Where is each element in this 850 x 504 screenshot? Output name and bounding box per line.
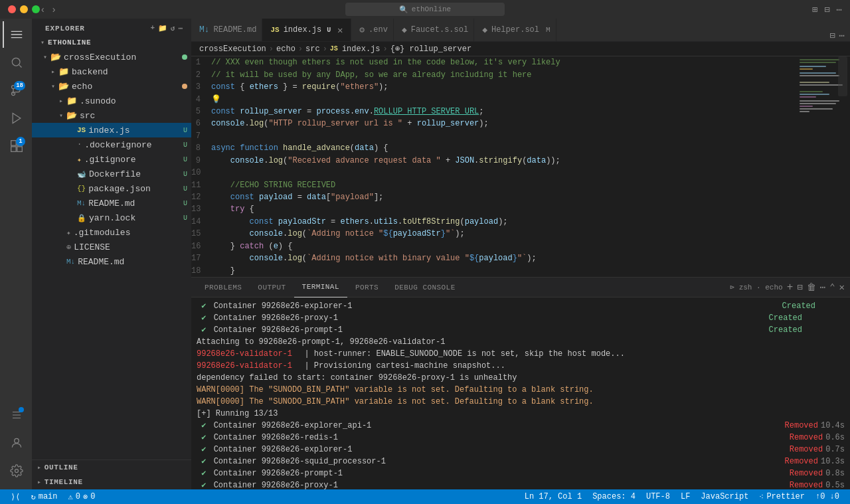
sidebar-item-yarn-lock[interactable]: 🔒 yarn.lock U <box>32 210 191 225</box>
editor-layout-icon[interactable]: ⊟ <box>824 4 829 15</box>
sidebar-item-readme-echo[interactable]: M↓ README.md U <box>32 196 191 210</box>
ethonline-label: ETHONLINE <box>48 39 191 46</box>
sidebar-item-sunodo[interactable]: ▸ 📁 .sunodo <box>32 94 191 108</box>
code-content-area[interactable]: 1 // XXX even though ethers is not used … <box>191 56 797 277</box>
account-activity-icon[interactable] <box>3 430 29 456</box>
svg-rect-14 <box>800 62 836 63</box>
status-git-branch[interactable]: ↻ main <box>25 489 62 504</box>
readme-echo-file-icon: M↓ <box>77 199 86 207</box>
gitignore-badge: U <box>183 156 187 163</box>
sidebar-item-echo[interactable]: ▾ 📂 echo <box>32 79 191 94</box>
refresh-icon[interactable]: ↺ <box>171 24 176 33</box>
back-button[interactable]: ‹ <box>40 4 46 15</box>
panel-tab-ports[interactable]: PORTS <box>347 278 386 297</box>
index-js-close-button[interactable]: ✕ <box>335 25 345 35</box>
collapse-icon[interactable]: ⋯ <box>178 24 183 33</box>
sidebar-item-dockerfile[interactable]: 🐋 Dockerfile U <box>32 167 191 181</box>
gitignore-file-icon: ✦ <box>77 155 82 164</box>
tab-index-js[interactable]: JS index.js U ✕ <box>262 19 351 41</box>
settings-activity-icon[interactable] <box>3 458 29 484</box>
sidebar-item-gitmodules[interactable]: ✦ .gitmodules <box>32 225 191 240</box>
minimize-button[interactable] <box>20 5 28 13</box>
breadcrumb-part-1[interactable]: crossExecution <box>199 44 266 54</box>
terminal-line-warn-2: WARN[0000] The "SUNODO_BIN_PATH" variabl… <box>197 396 845 408</box>
split-editor-icon[interactable]: ⊟ <box>829 30 835 41</box>
forward-button[interactable]: › <box>51 4 57 15</box>
status-remote[interactable]: ⟩⟨ <box>5 489 25 504</box>
sidebar-item-crossExecution[interactable]: ▾ 📂 crossExecution <box>32 50 191 64</box>
timeline-section-header[interactable]: ▸ TIMELINE <box>32 475 191 489</box>
panel-tab-output[interactable]: OUTPUT <box>250 278 294 297</box>
svg-rect-17 <box>800 72 836 74</box>
sidebar-item-src[interactable]: ▾ 📂 src <box>32 108 191 123</box>
sidebar-item-license[interactable]: ⊕ LICENSE <box>32 240 191 254</box>
explorer-activity-icon[interactable] <box>3 21 29 48</box>
outline-section-header[interactable]: ▸ OUTLINE <box>32 460 191 475</box>
svg-rect-18 <box>800 75 839 76</box>
tab-more-icon[interactable]: ⋯ <box>839 30 845 41</box>
sidebar-toggle-icon[interactable]: ⊞ <box>812 4 817 15</box>
outline-label: OUTLINE <box>44 463 78 471</box>
terminal-line-prompt-created: ✔ Container 99268e26-prompt-1 Created <box>197 324 845 336</box>
kill-terminal-icon[interactable]: 🗑 <box>807 282 816 293</box>
run-activity-icon[interactable] <box>3 105 29 131</box>
sidebar-item-index-js[interactable]: JS index.js U <box>32 123 191 137</box>
terminal-line-validator-1: 99268e26-validator-1 | host-runner: ENAB… <box>197 348 845 360</box>
status-language[interactable]: JavaScript <box>695 489 754 504</box>
close-button[interactable] <box>8 5 16 13</box>
new-file-icon[interactable]: + <box>151 24 155 33</box>
remote-activity-icon[interactable] <box>3 402 29 428</box>
status-cursor-position[interactable]: Ln 17, Col 1 <box>519 489 587 504</box>
search-activity-icon[interactable] <box>3 49 29 76</box>
panel-tab-terminal[interactable]: TERMINAL <box>294 278 347 297</box>
panel-tab-debug-console[interactable]: DEBUG CONSOLE <box>386 278 464 297</box>
code-line-7: 7 <box>191 130 797 142</box>
env-tab-icon: ⚙ <box>359 25 365 35</box>
status-line-ending[interactable]: LF <box>675 489 695 504</box>
sidebar-item-gitignore[interactable]: ✦ .gitignore U <box>32 152 191 167</box>
svg-rect-22 <box>800 94 829 95</box>
index-js-label: index.js <box>88 126 183 135</box>
status-indentation[interactable]: Spaces: 4 <box>587 489 641 504</box>
maximize-button[interactable] <box>32 5 40 13</box>
breadcrumb-js-icon: JS <box>330 45 338 52</box>
panel-close-icon[interactable]: ✕ <box>839 282 845 293</box>
source-control-activity-icon[interactable]: 18 <box>3 77 29 104</box>
panel-tab-problems[interactable]: PROBLEMS <box>197 278 250 297</box>
breadcrumb-part-2[interactable]: echo <box>276 44 296 54</box>
tab-readme[interactable]: M↓ README.md <box>191 19 262 41</box>
terminal-more-icon[interactable]: ⋯ <box>820 282 825 293</box>
sidebar-item-backend[interactable]: ▸ 📁 backend <box>32 64 191 79</box>
faucet-tab-label: Faucet.s.sol <box>411 25 468 35</box>
split-terminal-icon[interactable]: ⊟ <box>797 282 802 293</box>
tab-helper[interactable]: ◆ Helper.sol M <box>474 19 556 41</box>
new-terminal-icon[interactable]: + <box>787 282 794 294</box>
breadcrumb-part-3[interactable]: src <box>305 44 320 54</box>
sidebar-item-ethonline[interactable]: ▾ ETHONLINE <box>32 35 191 50</box>
status-formatter[interactable]: ⁖ Prettier <box>754 489 810 504</box>
warning-icon: ⚠ <box>68 492 73 502</box>
status-sync[interactable]: ↑0 ↓0 <box>810 489 845 504</box>
tab-faucet[interactable]: ◆ Faucet.s.sol <box>394 19 474 41</box>
outline-arrow: ▸ <box>37 463 42 471</box>
formatter-label: Prettier <box>766 492 805 501</box>
sidebar-item-package-json[interactable]: {} package.json U <box>32 181 191 196</box>
status-encoding[interactable]: UTF-8 <box>641 489 675 504</box>
title-search-bar[interactable]: 🔍 ethOnline <box>345 3 505 16</box>
sidebar-item-dockerignore[interactable]: · .dockerignore U <box>32 137 191 152</box>
sidebar-item-readme-root[interactable]: M↓ README.md <box>32 254 191 269</box>
panel-maximize-icon[interactable]: ⌃ <box>829 282 835 293</box>
code-line-4: 4 💡 <box>191 93 797 105</box>
customize-icon[interactable]: ⋯ <box>837 4 842 15</box>
terminal-line-explorer-removed: ✔ Container 99268e26-explorer-1 Removed … <box>197 444 845 456</box>
tab-env[interactable]: ⚙ .env <box>351 19 394 41</box>
breadcrumb-part-5[interactable]: {⊕} rollup_server <box>390 44 471 54</box>
status-problems[interactable]: ⚠ 0 ⊗ 0 <box>63 489 101 504</box>
breadcrumb-part-4[interactable]: index.js <box>342 44 381 54</box>
extensions-activity-icon[interactable]: 1 <box>3 133 29 159</box>
terminal-content[interactable]: ✔ Container 99268e26-explorer-1 Created … <box>191 297 850 489</box>
backend-label: backend <box>72 67 191 77</box>
new-folder-icon[interactable]: 📁 <box>158 24 168 33</box>
breadcrumb-sep-3: › <box>323 44 327 54</box>
search-text: ethOnline <box>412 5 451 13</box>
